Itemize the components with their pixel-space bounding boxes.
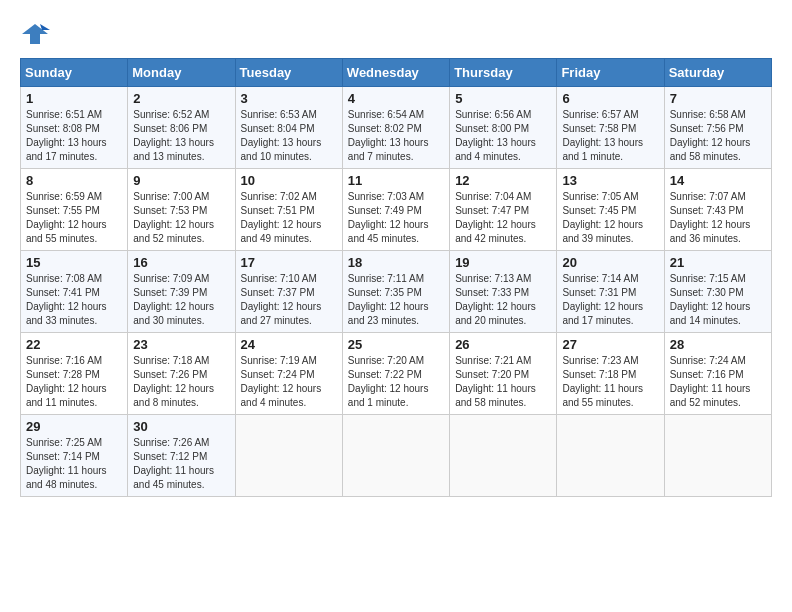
day-header-thursday: Thursday xyxy=(450,59,557,87)
day-number: 20 xyxy=(562,255,658,270)
calendar-cell xyxy=(342,415,449,497)
calendar-cell: 23Sunrise: 7:18 AM Sunset: 7:26 PM Dayli… xyxy=(128,333,235,415)
day-number: 12 xyxy=(455,173,551,188)
day-info: Sunrise: 7:26 AM Sunset: 7:12 PM Dayligh… xyxy=(133,436,229,492)
day-header-friday: Friday xyxy=(557,59,664,87)
calendar-cell: 3Sunrise: 6:53 AM Sunset: 8:04 PM Daylig… xyxy=(235,87,342,169)
day-info: Sunrise: 7:21 AM Sunset: 7:20 PM Dayligh… xyxy=(455,354,551,410)
calendar-cell: 24Sunrise: 7:19 AM Sunset: 7:24 PM Dayli… xyxy=(235,333,342,415)
day-header-tuesday: Tuesday xyxy=(235,59,342,87)
day-number: 3 xyxy=(241,91,337,106)
calendar-cell: 28Sunrise: 7:24 AM Sunset: 7:16 PM Dayli… xyxy=(664,333,771,415)
calendar-table: SundayMondayTuesdayWednesdayThursdayFrid… xyxy=(20,58,772,497)
day-info: Sunrise: 7:09 AM Sunset: 7:39 PM Dayligh… xyxy=(133,272,229,328)
day-info: Sunrise: 7:02 AM Sunset: 7:51 PM Dayligh… xyxy=(241,190,337,246)
day-info: Sunrise: 6:56 AM Sunset: 8:00 PM Dayligh… xyxy=(455,108,551,164)
day-info: Sunrise: 7:07 AM Sunset: 7:43 PM Dayligh… xyxy=(670,190,766,246)
calendar-cell: 4Sunrise: 6:54 AM Sunset: 8:02 PM Daylig… xyxy=(342,87,449,169)
day-info: Sunrise: 6:54 AM Sunset: 8:02 PM Dayligh… xyxy=(348,108,444,164)
day-info: Sunrise: 7:03 AM Sunset: 7:49 PM Dayligh… xyxy=(348,190,444,246)
day-number: 15 xyxy=(26,255,122,270)
calendar-cell: 16Sunrise: 7:09 AM Sunset: 7:39 PM Dayli… xyxy=(128,251,235,333)
day-number: 11 xyxy=(348,173,444,188)
calendar-cell: 6Sunrise: 6:57 AM Sunset: 7:58 PM Daylig… xyxy=(557,87,664,169)
calendar-cell: 15Sunrise: 7:08 AM Sunset: 7:41 PM Dayli… xyxy=(21,251,128,333)
day-number: 5 xyxy=(455,91,551,106)
day-number: 9 xyxy=(133,173,229,188)
day-info: Sunrise: 7:10 AM Sunset: 7:37 PM Dayligh… xyxy=(241,272,337,328)
day-info: Sunrise: 7:25 AM Sunset: 7:14 PM Dayligh… xyxy=(26,436,122,492)
day-number: 1 xyxy=(26,91,122,106)
day-info: Sunrise: 7:13 AM Sunset: 7:33 PM Dayligh… xyxy=(455,272,551,328)
calendar-cell: 18Sunrise: 7:11 AM Sunset: 7:35 PM Dayli… xyxy=(342,251,449,333)
calendar-cell: 10Sunrise: 7:02 AM Sunset: 7:51 PM Dayli… xyxy=(235,169,342,251)
day-number: 24 xyxy=(241,337,337,352)
calendar-cell: 25Sunrise: 7:20 AM Sunset: 7:22 PM Dayli… xyxy=(342,333,449,415)
calendar-header-row: SundayMondayTuesdayWednesdayThursdayFrid… xyxy=(21,59,772,87)
day-number: 29 xyxy=(26,419,122,434)
day-info: Sunrise: 7:11 AM Sunset: 7:35 PM Dayligh… xyxy=(348,272,444,328)
day-number: 19 xyxy=(455,255,551,270)
day-header-sunday: Sunday xyxy=(21,59,128,87)
calendar-cell: 8Sunrise: 6:59 AM Sunset: 7:55 PM Daylig… xyxy=(21,169,128,251)
calendar-cell: 7Sunrise: 6:58 AM Sunset: 7:56 PM Daylig… xyxy=(664,87,771,169)
day-number: 14 xyxy=(670,173,766,188)
day-number: 28 xyxy=(670,337,766,352)
calendar-cell xyxy=(664,415,771,497)
calendar-cell: 5Sunrise: 6:56 AM Sunset: 8:00 PM Daylig… xyxy=(450,87,557,169)
logo xyxy=(20,20,54,48)
day-number: 2 xyxy=(133,91,229,106)
day-number: 23 xyxy=(133,337,229,352)
day-info: Sunrise: 7:19 AM Sunset: 7:24 PM Dayligh… xyxy=(241,354,337,410)
calendar-cell: 29Sunrise: 7:25 AM Sunset: 7:14 PM Dayli… xyxy=(21,415,128,497)
day-info: Sunrise: 6:58 AM Sunset: 7:56 PM Dayligh… xyxy=(670,108,766,164)
calendar-cell: 20Sunrise: 7:14 AM Sunset: 7:31 PM Dayli… xyxy=(557,251,664,333)
day-info: Sunrise: 7:08 AM Sunset: 7:41 PM Dayligh… xyxy=(26,272,122,328)
day-header-saturday: Saturday xyxy=(664,59,771,87)
calendar-cell: 21Sunrise: 7:15 AM Sunset: 7:30 PM Dayli… xyxy=(664,251,771,333)
day-info: Sunrise: 6:51 AM Sunset: 8:08 PM Dayligh… xyxy=(26,108,122,164)
calendar-cell: 11Sunrise: 7:03 AM Sunset: 7:49 PM Dayli… xyxy=(342,169,449,251)
calendar-cell: 1Sunrise: 6:51 AM Sunset: 8:08 PM Daylig… xyxy=(21,87,128,169)
day-info: Sunrise: 7:04 AM Sunset: 7:47 PM Dayligh… xyxy=(455,190,551,246)
day-info: Sunrise: 7:15 AM Sunset: 7:30 PM Dayligh… xyxy=(670,272,766,328)
calendar-cell: 13Sunrise: 7:05 AM Sunset: 7:45 PM Dayli… xyxy=(557,169,664,251)
day-number: 25 xyxy=(348,337,444,352)
calendar-week-3: 15Sunrise: 7:08 AM Sunset: 7:41 PM Dayli… xyxy=(21,251,772,333)
calendar-cell: 9Sunrise: 7:00 AM Sunset: 7:53 PM Daylig… xyxy=(128,169,235,251)
day-info: Sunrise: 7:00 AM Sunset: 7:53 PM Dayligh… xyxy=(133,190,229,246)
day-header-wednesday: Wednesday xyxy=(342,59,449,87)
day-header-monday: Monday xyxy=(128,59,235,87)
day-number: 18 xyxy=(348,255,444,270)
calendar-cell: 17Sunrise: 7:10 AM Sunset: 7:37 PM Dayli… xyxy=(235,251,342,333)
calendar-cell xyxy=(450,415,557,497)
calendar-week-4: 22Sunrise: 7:16 AM Sunset: 7:28 PM Dayli… xyxy=(21,333,772,415)
calendar-week-5: 29Sunrise: 7:25 AM Sunset: 7:14 PM Dayli… xyxy=(21,415,772,497)
day-number: 10 xyxy=(241,173,337,188)
calendar-cell: 12Sunrise: 7:04 AM Sunset: 7:47 PM Dayli… xyxy=(450,169,557,251)
day-info: Sunrise: 7:23 AM Sunset: 7:18 PM Dayligh… xyxy=(562,354,658,410)
logo-icon xyxy=(20,20,50,48)
day-info: Sunrise: 7:14 AM Sunset: 7:31 PM Dayligh… xyxy=(562,272,658,328)
calendar-cell: 27Sunrise: 7:23 AM Sunset: 7:18 PM Dayli… xyxy=(557,333,664,415)
calendar-cell: 26Sunrise: 7:21 AM Sunset: 7:20 PM Dayli… xyxy=(450,333,557,415)
day-number: 21 xyxy=(670,255,766,270)
day-info: Sunrise: 7:20 AM Sunset: 7:22 PM Dayligh… xyxy=(348,354,444,410)
day-info: Sunrise: 6:59 AM Sunset: 7:55 PM Dayligh… xyxy=(26,190,122,246)
day-number: 6 xyxy=(562,91,658,106)
day-number: 26 xyxy=(455,337,551,352)
calendar-cell: 22Sunrise: 7:16 AM Sunset: 7:28 PM Dayli… xyxy=(21,333,128,415)
day-number: 17 xyxy=(241,255,337,270)
day-info: Sunrise: 7:24 AM Sunset: 7:16 PM Dayligh… xyxy=(670,354,766,410)
day-number: 16 xyxy=(133,255,229,270)
day-number: 27 xyxy=(562,337,658,352)
day-number: 22 xyxy=(26,337,122,352)
calendar-cell: 2Sunrise: 6:52 AM Sunset: 8:06 PM Daylig… xyxy=(128,87,235,169)
calendar-cell: 19Sunrise: 7:13 AM Sunset: 7:33 PM Dayli… xyxy=(450,251,557,333)
calendar-cell: 14Sunrise: 7:07 AM Sunset: 7:43 PM Dayli… xyxy=(664,169,771,251)
calendar-week-1: 1Sunrise: 6:51 AM Sunset: 8:08 PM Daylig… xyxy=(21,87,772,169)
calendar-cell: 30Sunrise: 7:26 AM Sunset: 7:12 PM Dayli… xyxy=(128,415,235,497)
day-info: Sunrise: 7:16 AM Sunset: 7:28 PM Dayligh… xyxy=(26,354,122,410)
day-info: Sunrise: 6:52 AM Sunset: 8:06 PM Dayligh… xyxy=(133,108,229,164)
day-number: 4 xyxy=(348,91,444,106)
